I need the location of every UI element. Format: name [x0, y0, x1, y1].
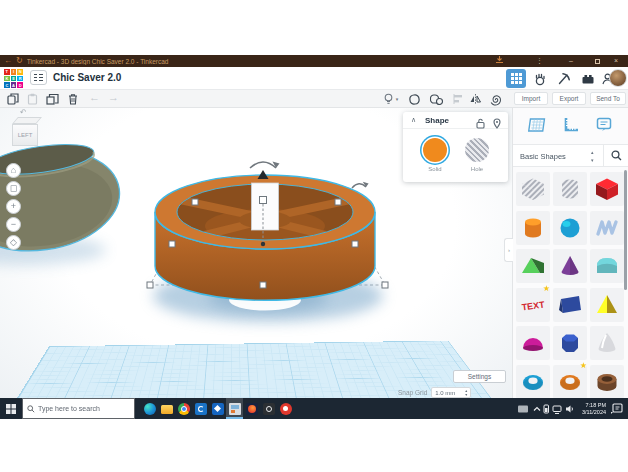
shape-tile-polygon[interactable] [553, 326, 587, 360]
3d-canvas[interactable]: Workplane [0, 108, 512, 398]
workplane-tool-icon[interactable] [528, 115, 548, 139]
search-icon [611, 150, 622, 161]
design-menu-button[interactable] [30, 70, 47, 85]
shape-inspector-panel: ∧ Shape Solid Hole [403, 112, 508, 182]
zoom-out-button[interactable]: − [6, 217, 21, 232]
rotate-handle-top[interactable] [250, 162, 276, 168]
taskbar-app-chrome[interactable] [175, 398, 192, 419]
hole-swatch[interactable] [465, 138, 489, 162]
send-to-button[interactable]: Send To [590, 92, 626, 105]
taskbar-app-firefox[interactable] [243, 398, 260, 419]
workplane-tool-button[interactable] [489, 92, 504, 106]
taskbar-search-input[interactable]: Type here to search [22, 398, 135, 419]
ungroup-button[interactable] [428, 92, 443, 106]
tray-icons[interactable] [518, 403, 578, 415]
tinkercad-logo[interactable]: TINKERCAD [4, 69, 23, 88]
shape-tile-sphere[interactable] [553, 211, 587, 245]
shape-tile-hole-box[interactable] [516, 172, 550, 206]
shape-tile-text[interactable]: TEXT★ [516, 288, 550, 322]
export-button[interactable]: Export [552, 92, 586, 105]
home-view-button[interactable]: ⌂ [6, 163, 21, 178]
delete-button[interactable] [65, 92, 80, 106]
shapes-sidebar: Basic Shapes ▴▾ TEXT★★ › [512, 108, 628, 398]
sim-lab-button[interactable] [530, 69, 550, 88]
group-button[interactable] [407, 92, 422, 106]
taskbar-app-explorer[interactable] [158, 398, 175, 419]
search-icon [27, 405, 35, 413]
collapse-chevron-icon[interactable]: ∧ [411, 116, 416, 124]
shape-tile-box[interactable] [590, 172, 624, 206]
shape-tile-cone[interactable] [553, 249, 587, 283]
shape-tile-cylinder[interactable] [516, 211, 550, 245]
rotate-handle-right[interactable] [352, 184, 366, 188]
paste-button[interactable] [25, 92, 40, 106]
pin-icon[interactable] [493, 115, 501, 133]
action-center-icon[interactable] [610, 403, 624, 415]
shape-tile-paraboloid[interactable] [590, 326, 624, 360]
shape-tile-torus-thin[interactable]: ★ [553, 365, 587, 399]
align-button[interactable] [450, 92, 465, 106]
torus-thin-icon [555, 367, 585, 397]
design-grid-button[interactable] [506, 69, 526, 88]
settings-button[interactable]: Settings [453, 370, 506, 383]
hand-icon [533, 72, 547, 86]
shape-tile-half-sphere[interactable] [516, 326, 550, 360]
trash-icon [68, 93, 78, 105]
taskbar-app-edge[interactable] [141, 398, 158, 419]
shape-tile-torus[interactable] [516, 365, 550, 399]
search-shapes-button[interactable] [603, 145, 628, 166]
main-area: Workplane [0, 108, 628, 398]
shape-tile-roof[interactable] [516, 249, 550, 283]
taskbar-app-c-app[interactable] [192, 398, 209, 419]
taskbar-clock[interactable]: 7:18 PM 3/11/2024 [582, 402, 606, 415]
sidebar-collapse-handle[interactable]: › [504, 238, 513, 262]
show-hide-caret[interactable]: ▾ [393, 92, 401, 106]
lock-icon[interactable] [476, 115, 485, 133]
minecraft-button[interactable] [554, 69, 574, 88]
flip-button[interactable] [468, 92, 483, 106]
minimize-button[interactable]: – [569, 55, 573, 67]
logo-tile: N [17, 69, 23, 75]
zoom-in-button[interactable]: + [6, 199, 21, 214]
snap-grid-value: 1.0 mm [435, 390, 455, 396]
align-icon [452, 93, 463, 105]
copy-button[interactable] [5, 92, 20, 106]
maximize-button[interactable] [595, 59, 600, 64]
redo-button[interactable]: → [106, 90, 121, 104]
solid-swatch[interactable] [423, 138, 447, 162]
bricks-button[interactable] [578, 69, 598, 88]
import-button[interactable]: Import [514, 92, 548, 105]
undo-button[interactable]: ← [87, 90, 102, 104]
snap-grid-dropdown[interactable]: 1.0 mm ▴▾ [431, 387, 471, 398]
notes-tool-icon[interactable] [594, 115, 614, 139]
sidebar-scrollbar[interactable] [624, 170, 627, 290]
taskbar-app-record[interactable] [277, 398, 294, 419]
polygon-icon [555, 328, 585, 358]
browser-menu-icon[interactable]: ⋮ [536, 55, 543, 67]
ruler-tool-icon[interactable] [561, 115, 581, 139]
browser-refresh-icon[interactable]: ↻ [16, 55, 23, 67]
perspective-toggle-button[interactable]: ◇ [6, 235, 21, 250]
rotate-view-arrow-icon[interactable]: ↶ [20, 108, 27, 117]
brick-icon [581, 73, 595, 85]
view-cube-front-face[interactable]: LEFT [12, 124, 38, 146]
shape-tile-hole-cylinder[interactable] [553, 172, 587, 206]
taskbar-app-photos[interactable] [209, 398, 226, 419]
shape-tile-wedge[interactable] [553, 288, 587, 322]
shape-tile-scribble[interactable] [590, 211, 624, 245]
shape-tile-round-roof[interactable] [590, 249, 624, 283]
taskbar-app-active-window[interactable] [226, 398, 243, 419]
avatar[interactable] [609, 69, 627, 87]
fit-view-button[interactable]: ◻ [6, 181, 21, 196]
download-icon[interactable] [495, 55, 504, 68]
shape-tile-tube[interactable] [590, 365, 624, 399]
shape-category-select[interactable]: Basic Shapes ▴▾ [513, 144, 628, 167]
close-button[interactable]: × [614, 55, 618, 67]
screen: ← ↻ Tinkercad - 3D design Chic Saver 2.0… [0, 0, 628, 472]
taskbar-app-media[interactable] [260, 398, 277, 419]
shape-tile-pyramid[interactable] [590, 288, 624, 322]
browser-back-icon[interactable]: ← [4, 55, 12, 67]
solid-label: Solid [423, 166, 447, 172]
duplicate-button[interactable] [45, 92, 60, 106]
start-button[interactable] [0, 398, 22, 419]
